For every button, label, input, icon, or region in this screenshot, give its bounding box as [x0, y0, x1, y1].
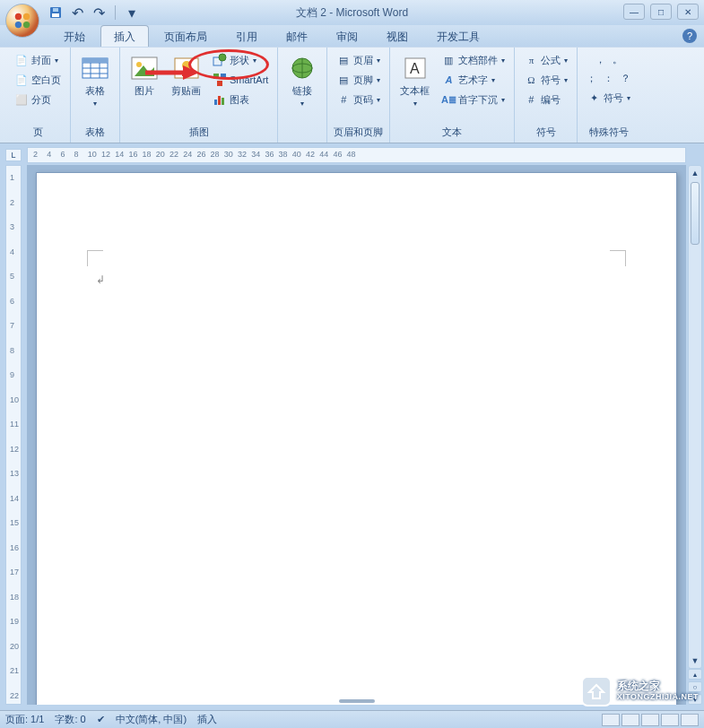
page-number-icon: # — [336, 92, 351, 107]
view-fullscreen-button[interactable] — [621, 714, 639, 726]
tab-review[interactable]: 审阅 — [323, 25, 371, 47]
page-break-icon: ⬜ — [14, 92, 29, 107]
clipart-icon — [172, 54, 201, 82]
symbol-icon: Ω — [524, 73, 538, 87]
clipart-button[interactable]: 剪贴画 — [167, 51, 205, 100]
tab-stop-selector[interactable]: L — [5, 149, 22, 161]
dropcap-icon: A≣ — [441, 92, 456, 107]
page-break-button[interactable]: ⬜ 分页 — [11, 91, 65, 108]
svg-rect-24 — [217, 81, 222, 86]
number-button[interactable]: # 编号 — [520, 91, 571, 108]
group-illustrations: 图片 剪贴画 形状▾ SmartArt 图表 — [120, 48, 278, 143]
tab-developer[interactable]: 开发工具 — [423, 25, 493, 47]
group-header-footer-title: 页眉和页脚 — [333, 124, 384, 143]
cover-page-button[interactable]: 📄 封面▾ — [11, 51, 65, 69]
svg-point-1 — [23, 13, 30, 20]
special-char-colon[interactable]: ： — [604, 72, 613, 85]
status-page[interactable]: 页面: 1/1 — [5, 713, 44, 726]
svg-rect-25 — [214, 100, 217, 105]
margin-corner-tr — [610, 250, 626, 266]
dropcap-button[interactable]: A≣ 首字下沉▾ — [438, 91, 508, 108]
svg-point-2 — [15, 22, 22, 28]
qat-customize-icon[interactable]: ▾ — [123, 4, 141, 22]
group-header-footer: ▤ 页眉▾ ▤ 页脚▾ # 页码▾ 页眉和页脚 — [327, 48, 390, 143]
view-outline-button[interactable] — [661, 714, 679, 726]
group-pages-title: 页 — [11, 124, 65, 143]
hyperlink-button[interactable]: 链接 ▾ — [283, 51, 321, 110]
undo-icon[interactable]: ↶ — [68, 4, 86, 22]
status-words[interactable]: 字数: 0 — [55, 713, 85, 726]
header-button[interactable]: ▤ 页眉▾ — [333, 51, 384, 69]
document-viewport[interactable]: ↲ — [27, 165, 686, 705]
tab-page-layout[interactable]: 页面布局 — [151, 25, 221, 47]
textbox-button[interactable]: A 文本框 ▾ — [395, 51, 434, 110]
wordart-icon: A — [441, 73, 456, 87]
special-char-semi[interactable]: ； — [587, 72, 596, 85]
vertical-scrollbar[interactable]: ▲ ▼ — [688, 165, 702, 669]
chart-icon — [213, 92, 227, 107]
group-tables-title: 表格 — [76, 124, 114, 143]
titlebar: ↶ ↷ ▾ 文档 2 - Microsoft Word — □ ✕ — [0, 0, 704, 25]
tab-references[interactable]: 引用 — [222, 25, 271, 47]
watermark: 系统之家 XITONGZHIJIA.NET — [581, 676, 699, 706]
view-draft-button[interactable] — [681, 714, 699, 726]
scroll-up-icon[interactable]: ▲ — [689, 166, 701, 180]
page-number-button[interactable]: # 页码▾ — [333, 91, 384, 108]
redo-icon[interactable]: ↷ — [90, 4, 108, 22]
svg-rect-22 — [213, 74, 219, 79]
close-button[interactable]: ✕ — [677, 4, 699, 20]
minimize-button[interactable]: — — [623, 4, 645, 20]
number-icon: # — [524, 92, 538, 107]
page[interactable]: ↲ — [36, 172, 677, 705]
special-char-q[interactable]: ？ — [621, 72, 630, 85]
scroll-thumb[interactable] — [691, 182, 700, 245]
table-button[interactable]: 表格 ▾ — [76, 51, 114, 110]
wordart-button[interactable]: A 艺术字▾ — [438, 71, 508, 89]
status-mode[interactable]: 插入 — [197, 713, 217, 726]
scroll-down-icon[interactable]: ▼ — [689, 654, 701, 668]
blank-page-button[interactable]: 📄 空白页 — [11, 71, 65, 89]
status-language[interactable]: 中文(简体, 中国) — [116, 713, 187, 726]
tab-mailings[interactable]: 邮件 — [273, 25, 321, 47]
save-icon[interactable] — [47, 4, 65, 22]
symbol-button[interactable]: Ω 符号▾ — [520, 71, 571, 89]
footer-button[interactable]: ▤ 页脚▾ — [333, 71, 384, 89]
page-break-label: 分页 — [31, 93, 51, 107]
svg-rect-13 — [83, 58, 108, 63]
view-print-layout-button[interactable] — [602, 714, 620, 726]
special-symbol-icon: ✦ — [587, 91, 601, 105]
group-special-symbols: ， 。 ； ： ？ ✦ 符号▾ 特殊符号 — [578, 48, 639, 143]
vertical-ruler[interactable]: 12345678910111213141516171819202122 — [5, 165, 22, 705]
equation-button[interactable]: π 公式▾ — [520, 51, 571, 69]
paragraph-mark: ↲ — [96, 273, 105, 286]
smartart-button[interactable]: SmartArt — [209, 71, 272, 89]
splitter-handle[interactable] — [339, 699, 375, 703]
ribbon: 📄 封面▾ 📄 空白页 ⬜ 分页 页 表格 ▾ — [0, 47, 704, 143]
shapes-icon — [213, 53, 227, 67]
office-button[interactable] — [5, 4, 39, 38]
svg-rect-26 — [218, 96, 221, 105]
maximize-button[interactable]: □ — [650, 4, 672, 20]
tab-insert[interactable]: 插入 — [100, 25, 149, 47]
chart-button[interactable]: 图表 — [209, 91, 272, 108]
window-controls: — □ ✕ — [623, 4, 699, 20]
tab-home[interactable]: 开始 — [50, 25, 99, 47]
watermark-logo-icon — [581, 676, 612, 706]
quick-access-toolbar: ↶ ↷ ▾ — [47, 4, 141, 22]
horizontal-ruler[interactable]: 2468101214161820222426283032343638404244… — [27, 147, 686, 163]
view-web-button[interactable] — [641, 714, 659, 726]
tab-view[interactable]: 视图 — [373, 25, 422, 47]
picture-button[interactable]: 图片 — [126, 51, 163, 100]
help-icon[interactable]: ? — [682, 29, 697, 43]
footer-icon: ▤ — [336, 73, 351, 87]
special-char-dot[interactable]: 。 — [613, 53, 622, 66]
watermark-line1: 系统之家 — [617, 680, 699, 692]
shapes-button[interactable]: 形状▾ — [209, 51, 272, 69]
footer-label: 页脚 — [353, 74, 373, 87]
special-symbol-button[interactable]: ✦ 符号▾ — [583, 89, 634, 107]
svg-rect-27 — [222, 98, 224, 105]
wordart-label: 艺术字 — [458, 74, 488, 87]
status-spellcheck-icon[interactable]: ✔ — [97, 714, 105, 725]
special-char-comma[interactable]: ， — [595, 53, 605, 66]
quick-parts-button[interactable]: ▥ 文档部件▾ — [438, 51, 508, 69]
